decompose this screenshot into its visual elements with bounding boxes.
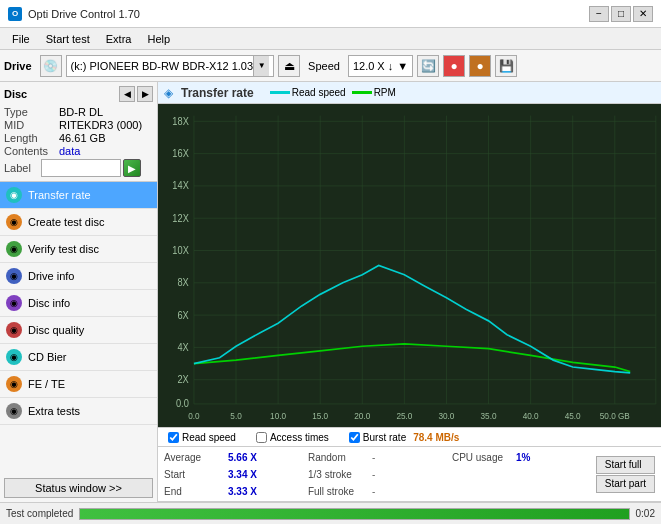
status-window-btn[interactable]: Status window >>	[4, 478, 153, 498]
svg-text:30.0: 30.0	[438, 410, 454, 421]
chart-legend: Read speed RPM	[270, 87, 396, 98]
sidebar: Disc ◀ ▶ Type BD-R DL MID RITEKDR3 (000)…	[0, 82, 158, 502]
stat-average-row: Average 5.66 X	[164, 449, 304, 465]
progress-time: 0:02	[636, 508, 655, 519]
disc-contents-label: Contents	[4, 145, 59, 157]
speed-select[interactable]: 12.0 X ↓ ▼	[348, 55, 413, 77]
eject-button[interactable]: ⏏	[278, 55, 300, 77]
options-button1[interactable]: ●	[443, 55, 465, 77]
speed-arrow: ▼	[397, 60, 408, 72]
disc-icon-btn1[interactable]: ◀	[119, 86, 135, 102]
stat-start-row: Start 3.34 X	[164, 466, 304, 482]
legend-read-speed-label: Read speed	[292, 87, 346, 98]
legend-rpm: RPM	[352, 87, 396, 98]
svg-text:20.0: 20.0	[354, 410, 370, 421]
main-layout: Disc ◀ ▶ Type BD-R DL MID RITEKDR3 (000)…	[0, 82, 661, 502]
refresh-button[interactable]: 🔄	[417, 55, 439, 77]
drive-select-text: (k:) PIONEER BD-RW BDR-X12 1.03	[71, 60, 254, 72]
app-title: Opti Drive Control 1.70	[28, 8, 140, 20]
check-read-speed-input[interactable]	[168, 432, 179, 443]
start-part-btn[interactable]: Start part	[596, 475, 655, 493]
disc-title: Disc	[4, 88, 27, 100]
disc-icons: ◀ ▶	[119, 86, 153, 102]
options-button2[interactable]: ●	[469, 55, 491, 77]
svg-text:5.0: 5.0	[230, 410, 242, 421]
menu-start-test[interactable]: Start test	[38, 31, 98, 47]
nav-item-fe-te[interactable]: ◉ FE / TE	[0, 371, 157, 398]
menu-help[interactable]: Help	[139, 31, 178, 47]
stat-stroke2-label: Full stroke	[308, 486, 368, 497]
drive-select-arrow[interactable]: ▼	[253, 56, 269, 76]
statusbar: Test completed 0:02	[0, 502, 661, 524]
svg-text:2X: 2X	[177, 374, 189, 386]
minimize-button[interactable]: −	[589, 6, 609, 22]
check-burst-rate[interactable]: Burst rate 78.4 MB/s	[349, 432, 460, 443]
nav-icon-disc-quality: ◉	[6, 322, 22, 338]
menubar: File Start test Extra Help	[0, 28, 661, 50]
stat-random-value: -	[372, 452, 375, 463]
nav-item-disc-info[interactable]: ◉ Disc info	[0, 290, 157, 317]
stat-stroke1-value: -	[372, 469, 375, 480]
disc-label-input[interactable]	[41, 159, 121, 177]
disc-mid-row: MID RITEKDR3 (000)	[4, 119, 153, 131]
disc-type-value: BD-R DL	[59, 106, 103, 118]
nav-item-cd-bier[interactable]: ◉ CD Bier	[0, 344, 157, 371]
start-full-btn[interactable]: Start full	[596, 456, 655, 474]
stat-start-value: 3.34 X	[228, 469, 264, 480]
stat-end-value: 3.33 X	[228, 486, 264, 497]
disc-header: Disc ◀ ▶	[4, 86, 153, 102]
stat-average-value: 5.66 X	[228, 452, 264, 463]
speed-label: Speed	[308, 60, 340, 72]
nav-label-disc-info: Disc info	[28, 297, 70, 309]
svg-text:45.0: 45.0	[565, 410, 581, 421]
stat-cpu-label: CPU usage	[452, 452, 512, 463]
nav-label-verify-test-disc: Verify test disc	[28, 243, 99, 255]
stat-start-label: Start	[164, 469, 224, 480]
progress-bar-container	[79, 508, 629, 520]
drive-icon-btn[interactable]: 💿	[40, 55, 62, 77]
maximize-button[interactable]: □	[611, 6, 631, 22]
disc-label-row: Label ▶	[4, 159, 153, 177]
nav-item-drive-info[interactable]: ◉ Drive info	[0, 263, 157, 290]
check-burst-rate-input[interactable]	[349, 432, 360, 443]
disc-contents-value: data	[59, 145, 80, 157]
chart-svg: 18X 16X 14X 12X 10X 8X 6X 4X 2X 0.0 0.0 …	[158, 104, 661, 427]
stat-col-2: Random - 1/3 stroke - Full stroke -	[308, 449, 448, 499]
menu-file[interactable]: File	[4, 31, 38, 47]
close-button[interactable]: ✕	[633, 6, 653, 22]
stats-area: Average 5.66 X Start 3.34 X End 3.33 X R…	[158, 447, 661, 502]
toolbar: Drive 💿 (k:) PIONEER BD-RW BDR-X12 1.03 …	[0, 50, 661, 82]
nav-icon-fe-te: ◉	[6, 376, 22, 392]
disc-label-label: Label	[4, 162, 39, 174]
chart-area: 18X 16X 14X 12X 10X 8X 6X 4X 2X 0.0 0.0 …	[158, 104, 661, 427]
check-access-times[interactable]: Access times	[256, 432, 329, 443]
nav-item-create-test-disc[interactable]: ◉ Create test disc	[0, 209, 157, 236]
nav-item-verify-test-disc[interactable]: ◉ Verify test disc	[0, 236, 157, 263]
stat-random-label: Random	[308, 452, 368, 463]
stat-right-col: Start full Start part	[596, 449, 655, 499]
svg-text:16X: 16X	[172, 148, 189, 160]
nav-items: ◉ Transfer rate ◉ Create test disc ◉ Ver…	[0, 182, 157, 474]
legend-rpm-label: RPM	[374, 87, 396, 98]
nav-item-extra-tests[interactable]: ◉ Extra tests	[0, 398, 157, 425]
disc-type-label: Type	[4, 106, 59, 118]
nav-label-extra-tests: Extra tests	[28, 405, 80, 417]
nav-icon-transfer-rate: ◉	[6, 187, 22, 203]
disc-icon-btn2[interactable]: ▶	[137, 86, 153, 102]
menu-extra[interactable]: Extra	[98, 31, 140, 47]
nav-item-disc-quality[interactable]: ◉ Disc quality	[0, 317, 157, 344]
burst-rate-value: 78.4 MB/s	[413, 432, 459, 443]
disc-length-label: Length	[4, 132, 59, 144]
drive-select[interactable]: (k:) PIONEER BD-RW BDR-X12 1.03 ▼	[66, 55, 275, 77]
nav-label-fe-te: FE / TE	[28, 378, 65, 390]
nav-label-disc-quality: Disc quality	[28, 324, 84, 336]
stat-col-3: CPU usage 1%	[452, 449, 592, 499]
check-access-times-input[interactable]	[256, 432, 267, 443]
svg-text:10X: 10X	[172, 244, 189, 256]
disc-label-icon-btn[interactable]: ▶	[123, 159, 141, 177]
nav-label-drive-info: Drive info	[28, 270, 74, 282]
nav-item-transfer-rate[interactable]: ◉ Transfer rate	[0, 182, 157, 209]
save-button[interactable]: 💾	[495, 55, 517, 77]
check-read-speed[interactable]: Read speed	[168, 432, 236, 443]
nav-label-create-test-disc: Create test disc	[28, 216, 104, 228]
